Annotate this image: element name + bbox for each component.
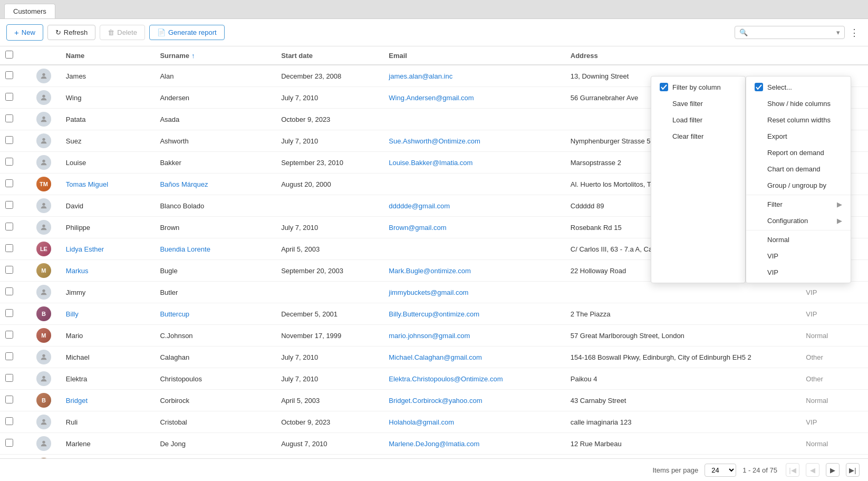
- name-cell: Markus: [61, 260, 155, 282]
- surname-link[interactable]: Baños Márquez: [160, 180, 208, 188]
- header-address-col[interactable]: Address: [565, 46, 801, 65]
- svg-point-10: [42, 419, 45, 422]
- row-checkbox[interactable]: [5, 93, 13, 101]
- menu-group-ungroup-item[interactable]: Group / ungroup by: [746, 177, 851, 194]
- more-options-button[interactable]: ⋮: [847, 25, 862, 40]
- select-all-checkbox[interactable]: [5, 51, 13, 59]
- startdate-cell: July 7, 2010: [276, 217, 383, 238]
- menu-reset-column-widths-item[interactable]: Reset column widths: [746, 112, 851, 128]
- menu-show-hide-columns-item[interactable]: Show / hide columns: [746, 95, 851, 112]
- row-checkbox[interactable]: [5, 201, 13, 209]
- menu-report-on-demand-item[interactable]: Report on demand: [746, 145, 851, 161]
- address-cell: calle imaginaria 123: [565, 411, 801, 433]
- generate-report-button[interactable]: 📄 Generate report: [149, 25, 225, 40]
- header-surname-col[interactable]: Surname ↑: [155, 46, 276, 65]
- email-link[interactable]: mario.johnson@gmail.com: [389, 332, 470, 340]
- row-checkbox[interactable]: [5, 374, 13, 382]
- row-checkbox[interactable]: [5, 244, 13, 252]
- delete-button[interactable]: 🗑 Delete: [100, 25, 145, 40]
- name-cell: Marlene: [61, 433, 155, 455]
- row-checkbox[interactable]: [5, 352, 13, 360]
- row-checkbox[interactable]: [5, 309, 13, 317]
- clear-filter-item[interactable]: Clear filter: [651, 128, 745, 145]
- search-input[interactable]: [750, 28, 834, 36]
- row-checkbox[interactable]: [5, 71, 13, 79]
- menu-configuration-item[interactable]: Configuration ▶: [746, 213, 851, 229]
- row-checkbox[interactable]: [5, 417, 13, 425]
- next-page-button[interactable]: ▶: [826, 463, 840, 477]
- startdate-cell: July 7, 2010: [276, 455, 383, 459]
- email-link[interactable]: Louise.Bakker@Imatia.com: [389, 159, 472, 167]
- row-checkbox[interactable]: [5, 136, 13, 144]
- refresh-button[interactable]: ↻ Refresh: [47, 25, 96, 40]
- row-checkbox[interactable]: [5, 179, 13, 187]
- last-page-button[interactable]: ▶|: [846, 463, 860, 477]
- items-per-page-select[interactable]: 24 10 50 100: [705, 464, 736, 477]
- menu-export-item[interactable]: Export: [746, 128, 851, 145]
- email-link[interactable]: Holahola@gmail.com: [389, 418, 454, 426]
- avatar-cell: M: [27, 325, 61, 347]
- email-link[interactable]: Billy.Buttercup@ontimize.com: [389, 310, 479, 318]
- menu-select-item[interactable]: Select...: [746, 79, 851, 95]
- name-link[interactable]: Billy: [66, 310, 79, 318]
- surname-link[interactable]: Buendia Lorente: [160, 245, 210, 253]
- row-checkbox[interactable]: [5, 287, 13, 295]
- row-checkbox[interactable]: [5, 439, 13, 447]
- surname-link[interactable]: Buttercup: [160, 310, 189, 318]
- email-link[interactable]: Brown@gmail.com: [389, 224, 446, 232]
- name-link[interactable]: Tomas Miguel: [66, 180, 108, 188]
- prev-page-button[interactable]: ◀: [806, 463, 819, 477]
- email-link[interactable]: Michael.Calaghan@gmail.com: [389, 353, 482, 361]
- email-link[interactable]: Mark.Bugle@ontimize.com: [389, 267, 471, 275]
- header-email-col[interactable]: Email: [383, 46, 565, 65]
- table-row: MarleneDe JongAugust 7, 2010Marlene.DeJo…: [0, 433, 868, 455]
- name-cell: Louise: [61, 152, 155, 174]
- avatar: B: [36, 306, 51, 321]
- surname-cell: C.Johnson: [155, 325, 276, 347]
- sort-asc-icon: ↑: [191, 52, 195, 60]
- avatar-cell: J: [27, 455, 61, 459]
- email-link[interactable]: james.alan@alan.inc: [389, 72, 452, 80]
- email-link[interactable]: Bridget.Corbirock@yahoo.com: [389, 397, 482, 405]
- startdate-cell: December 23, 2008: [276, 65, 383, 87]
- header-startdate-col[interactable]: Start date: [276, 46, 383, 65]
- search-dropdown-icon[interactable]: ▾: [836, 28, 840, 36]
- table-row: BBridgetCorbirockApril 5, 2003Bridget.Co…: [0, 390, 868, 411]
- name-link[interactable]: Markus: [66, 267, 89, 275]
- startdate-cell: September 20, 2003: [276, 260, 383, 282]
- email-link[interactable]: Marlene.DeJong@Imatia.com: [389, 440, 479, 448]
- email-link[interactable]: Wing.Andersen@gmail.com: [389, 94, 474, 102]
- customers-tab[interactable]: Customers: [4, 4, 55, 18]
- email-link[interactable]: Sue.Ashworth@Ontimize.com: [389, 137, 480, 145]
- filter-by-column-item[interactable]: Filter by column: [651, 79, 745, 95]
- name-link[interactable]: Lidya Esther: [66, 245, 104, 253]
- avatar-cell: [27, 433, 61, 455]
- table-row: ElektraChristopoulosJuly 7, 2010Elektra.…: [0, 368, 868, 390]
- menu-filter-item[interactable]: Filter ▶: [746, 196, 851, 213]
- startdate-cell: August 7, 2010: [276, 433, 383, 455]
- row-checkbox[interactable]: [5, 266, 13, 274]
- menu-vip-type-item-2[interactable]: VIP: [746, 264, 851, 281]
- load-filter-item[interactable]: Load filter: [651, 112, 745, 128]
- new-button[interactable]: + New: [6, 24, 43, 41]
- header-name-col[interactable]: Name: [61, 46, 155, 65]
- search-box[interactable]: 🔍 ▾: [735, 26, 845, 39]
- row-checkbox[interactable]: [5, 114, 13, 122]
- name-link[interactable]: Bridget: [66, 397, 88, 405]
- row-checkbox[interactable]: [5, 331, 13, 339]
- save-filter-item[interactable]: Save filter: [651, 95, 745, 112]
- menu-vip-type-item-1[interactable]: VIP: [746, 248, 851, 264]
- menu-divider-1: [746, 195, 851, 195]
- row-checkbox[interactable]: [5, 223, 13, 230]
- svg-point-3: [42, 138, 45, 141]
- email-link[interactable]: jimmybuckets@gmail.com: [389, 288, 468, 296]
- menu-normal-type-item[interactable]: Normal: [746, 232, 851, 248]
- search-icon: 🔍: [739, 28, 748, 36]
- menu-chart-on-demand-item[interactable]: Chart on demand: [746, 161, 851, 177]
- email-link[interactable]: ddddde@gmail.com: [389, 202, 450, 210]
- email-link[interactable]: Elektra.Christopoulos@Ontimize.com: [389, 375, 503, 383]
- svg-point-5: [42, 203, 45, 206]
- first-page-button[interactable]: |◀: [786, 463, 799, 477]
- row-checkbox[interactable]: [5, 396, 13, 403]
- row-checkbox[interactable]: [5, 158, 13, 166]
